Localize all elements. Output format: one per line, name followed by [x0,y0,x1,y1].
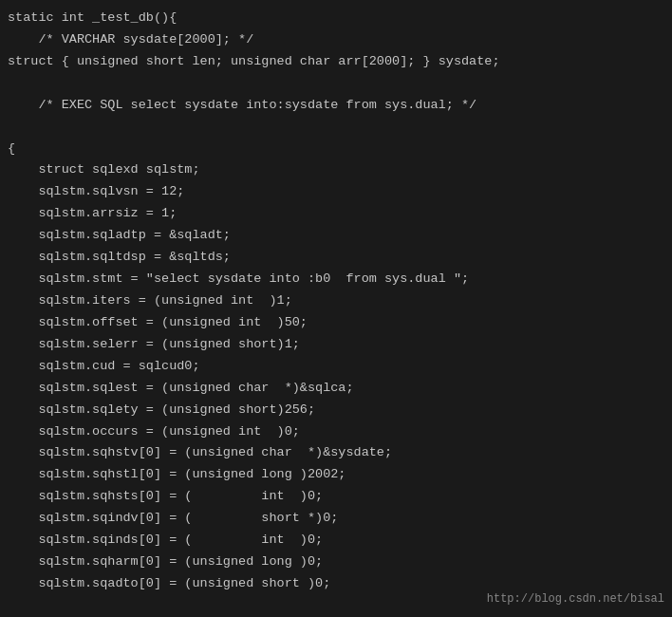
code-line: sqlstm.stmt = "select sysdate into :b0 f… [0,269,672,290]
code-line: sqlstm.sqlety = (unsigned short)256; [0,400,672,421]
code-line: /* EXEC SQL select sysdate into:sysdate … [0,95,672,117]
code-block: static int _test_db(){ /* VARCHAR sysdat… [0,8,672,595]
code-line: sqlstm.cud = sqlcud0; [0,356,672,378]
code-line: sqlstm.sqhsts[0] = ( int )0; [0,486,672,508]
code-line: sqlstm.occurs = (unsigned int )0; [0,421,672,443]
code-line: sqlstm.offset = (unsigned int )50; [0,312,672,334]
code-line: /* VARCHAR sysdate[2000]; */ [0,29,672,51]
code-line [0,73,672,95]
code-line: sqlstm.arrsiz = 1; [0,203,672,225]
code-line: static int _test_db(){ [0,8,672,29]
code-line: sqlstm.sqlvsn = 12; [0,181,672,203]
code-line: sqlstm.selerr = (unsigned short)1; [0,334,672,356]
code-line: sqlstm.sqindv[0] = ( short *)0; [0,508,672,530]
code-line: sqlstm.sqladtp = &sqladt; [0,225,672,247]
code-line: sqlstm.sqinds[0] = ( int )0; [0,530,672,552]
code-line: { [0,139,672,160]
code-container: static int _test_db(){ /* VARCHAR sysdat… [0,0,672,617]
code-line: sqlstm.sqhstl[0] = (unsigned long )2002; [0,464,672,486]
code-line [0,117,672,139]
code-line: struct { unsigned short len; unsigned ch… [0,51,672,73]
watermark: http://blog.csdn.net/bisal [487,592,664,606]
code-line: sqlstm.sqharm[0] = (unsigned long )0; [0,552,672,573]
code-line: sqlstm.sqltdsp = &sqltds; [0,247,672,269]
code-line: sqlstm.iters = (unsigned int )1; [0,290,672,312]
code-line: struct sqlexd sqlstm; [0,159,672,181]
code-line: sqlstm.sqlest = (unsigned char *)&sqlca; [0,378,672,400]
code-line: sqlstm.sqhstv[0] = (unsigned char *)&sys… [0,442,672,464]
